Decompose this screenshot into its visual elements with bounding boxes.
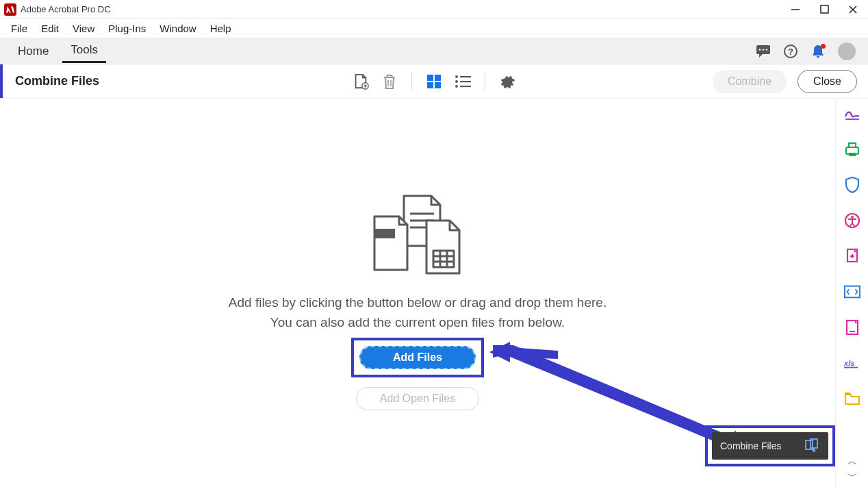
- add-page-icon[interactable]: [353, 73, 369, 90]
- chevron-up-icon[interactable]: ︿: [847, 455, 857, 468]
- svg-marker-5: [759, 53, 763, 58]
- separator: [485, 73, 485, 90]
- add-open-files-button[interactable]: Add Open Files: [356, 387, 479, 410]
- instructions-text: Add files by clicking the button below o…: [229, 293, 607, 332]
- toolbar-title: Combine Files: [15, 74, 99, 88]
- tab-home[interactable]: Home: [10, 40, 57, 62]
- menu-view[interactable]: View: [66, 21, 101, 36]
- accessibility-icon[interactable]: [844, 212, 860, 229]
- notifications-icon[interactable]: [810, 44, 826, 59]
- menu-bar: File Edit View Plug-Ins Window Help: [0, 19, 868, 38]
- menu-help[interactable]: Help: [203, 21, 238, 36]
- window-minimize-button[interactable]: [789, 3, 802, 16]
- svg-rect-29: [374, 229, 395, 238]
- profile-avatar[interactable]: [838, 42, 856, 60]
- annotation-highlight-combine-tooltip: Combine Files: [705, 425, 835, 466]
- chevron-down-icon[interactable]: ﹀: [847, 471, 857, 483]
- top-navigation: Home Tools ?: [0, 38, 868, 64]
- protect-shield-icon[interactable]: [844, 177, 860, 193]
- app-icon: [4, 3, 16, 16]
- menu-edit[interactable]: Edit: [34, 21, 66, 36]
- svg-rect-18: [427, 82, 433, 88]
- svg-point-8: [766, 49, 768, 51]
- tooltip-label: Combine Files: [720, 440, 781, 451]
- svg-rect-23: [460, 81, 471, 82]
- menu-plugins[interactable]: Plug-Ins: [101, 21, 153, 36]
- svg-point-44: [851, 216, 854, 218]
- svg-text:?: ?: [788, 46, 793, 56]
- tab-tools[interactable]: Tools: [62, 39, 106, 63]
- export-pdf-icon[interactable]: [844, 141, 860, 158]
- svg-rect-19: [435, 82, 441, 88]
- svg-rect-25: [460, 86, 471, 87]
- grid-view-icon[interactable]: [426, 73, 442, 90]
- app-title: Adobe Acrobat Pro DC: [21, 4, 111, 14]
- menu-window[interactable]: Window: [153, 21, 203, 36]
- trash-icon[interactable]: [381, 73, 398, 90]
- menu-file[interactable]: File: [4, 21, 34, 36]
- svg-point-6: [759, 49, 761, 51]
- instruction-line-1: Add files by clicking the button below o…: [229, 293, 607, 313]
- combine-button: Combine: [713, 70, 787, 93]
- html-code-icon[interactable]: [844, 284, 860, 300]
- organize-pages-icon[interactable]: [844, 319, 860, 336]
- combine-files-icon: [805, 438, 820, 454]
- svg-point-24: [455, 85, 458, 88]
- annotation-arrow-icon: [489, 338, 572, 382]
- svg-rect-16: [427, 75, 433, 81]
- window-titlebar: Adobe Acrobat Pro DC: [0, 0, 868, 19]
- comment-icon[interactable]: [756, 44, 771, 59]
- export-xls-icon[interactable]: xls: [844, 355, 860, 371]
- help-icon[interactable]: ?: [783, 44, 798, 59]
- svg-rect-21: [460, 76, 471, 77]
- close-button[interactable]: Close: [797, 70, 857, 93]
- settings-gear-icon[interactable]: [499, 73, 515, 90]
- annotation-highlight-add-files: Add Files: [351, 338, 484, 377]
- window-close-button[interactable]: [846, 3, 860, 16]
- list-view-icon[interactable]: [455, 73, 471, 90]
- fill-sign-icon[interactable]: [844, 105, 860, 122]
- main-canvas[interactable]: Add files by clicking the button below o…: [0, 99, 835, 487]
- combine-files-tooltip[interactable]: Combine Files: [712, 432, 828, 460]
- instruction-line-2: You can also add the current open files …: [229, 313, 607, 333]
- svg-rect-42: [849, 153, 856, 156]
- separator: [411, 73, 412, 90]
- svg-point-22: [455, 80, 458, 83]
- svg-point-7: [763, 49, 765, 51]
- svg-rect-17: [435, 75, 441, 81]
- svg-text:xls: xls: [844, 359, 854, 367]
- right-tool-rail: xls ︿ ﹀: [835, 99, 868, 487]
- toolbar-accent: [0, 64, 3, 98]
- window-maximize-button[interactable]: [817, 3, 831, 16]
- files-illustration-icon: [366, 195, 469, 277]
- stamp-icon[interactable]: [844, 248, 860, 264]
- svg-rect-1: [821, 5, 828, 13]
- notification-badge: [821, 44, 826, 49]
- tool-toolbar: Combine Files Combine Close: [0, 64, 868, 99]
- svg-marker-35: [489, 342, 558, 362]
- svg-point-20: [455, 75, 458, 78]
- svg-rect-41: [849, 143, 856, 147]
- add-files-button[interactable]: Add Files: [359, 346, 476, 369]
- folder-icon[interactable]: [844, 390, 860, 407]
